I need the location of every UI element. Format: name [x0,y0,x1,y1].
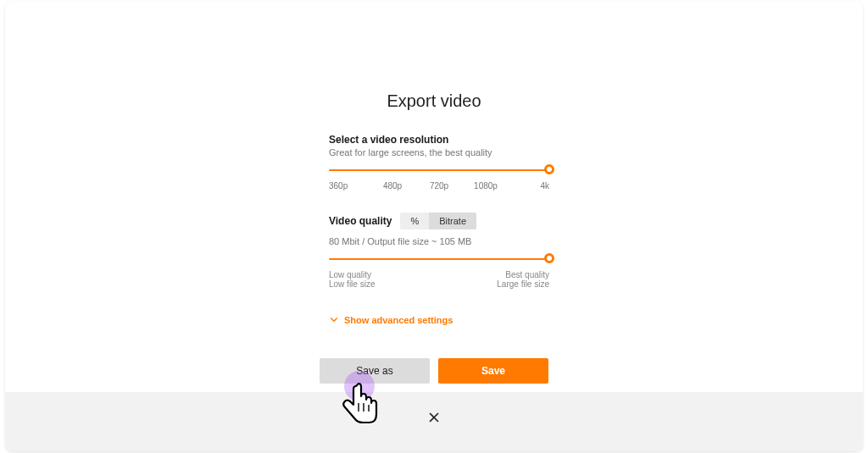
quality-range-labels: Low quality Low file size Best quality L… [329,270,549,289]
quality-low-line2: Low file size [329,279,375,289]
chevron-down-icon [329,314,339,326]
quality-slider-track [329,258,549,260]
advanced-settings-label: Show advanced settings [344,315,453,325]
save-button[interactable]: Save [438,358,548,384]
show-advanced-settings[interactable]: Show advanced settings [329,314,549,326]
resolution-tick: 1080p [469,181,503,191]
quality-high-line1: Best quality [497,270,549,279]
quality-heading: Video quality [329,215,392,227]
quality-mode-percent[interactable]: % [400,213,429,229]
quality-mode-row: Video quality % Bitrate [329,213,549,229]
quality-high-labels: Best quality Large file size [497,270,549,289]
dialog-title: Export video [5,91,863,111]
dialog-content: Select a video resolution Great for larg… [329,134,549,326]
resolution-slider-thumb[interactable] [544,164,554,174]
save-as-button[interactable]: Save as [320,358,430,384]
resolution-slider-track [329,169,549,171]
quality-low-line1: Low quality [329,270,375,279]
quality-slider-thumb[interactable] [544,253,554,263]
resolution-ticks: 360p 480p 720p 1080p 4k [329,181,549,191]
quality-low-labels: Low quality Low file size [329,270,375,289]
resolution-subtitle: Great for large screens, the best qualit… [329,147,549,157]
quality-high-line2: Large file size [497,279,549,289]
close-button[interactable] [427,411,441,424]
resolution-tick: 360p [329,181,363,191]
export-dialog: Export video Select a video resolution G… [5,2,863,451]
resolution-slider[interactable] [329,164,549,176]
resolution-tick: 4k [515,181,549,191]
quality-slider[interactable] [329,253,549,265]
quality-readout: 80 Mbit / Output file size ~ 105 MB [329,236,549,246]
dialog-action-row: Save as Save [5,358,863,392]
resolution-heading: Select a video resolution [329,134,549,146]
dialog-footer [5,392,863,451]
resolution-tick: 480p [376,181,409,191]
close-icon [427,412,441,427]
quality-mode-bitrate[interactable]: Bitrate [429,213,476,229]
resolution-tick: 720p [422,181,456,191]
quality-mode-toggle: % Bitrate [400,213,476,229]
